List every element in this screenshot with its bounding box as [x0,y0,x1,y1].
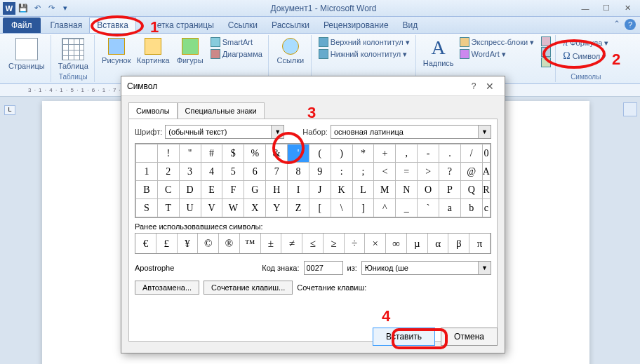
grid-cell[interactable]: ! [157,144,179,163]
shapes-button[interactable]: Фигуры [174,36,206,66]
recent-symbol[interactable]: µ [407,234,428,253]
tab-file[interactable]: Файл [3,18,41,33]
grid-cell[interactable]: R [482,181,490,199]
autocorrect-button[interactable]: Автозамена... [135,281,199,295]
recent-symbol[interactable]: α [428,234,449,253]
grid-cell[interactable]: @ [460,163,482,181]
font-combo[interactable]: (обычный текст)▼ [165,125,284,139]
grid-cell[interactable]: * [352,144,374,163]
grid-cell[interactable]: 7 [266,163,288,181]
datetime-icon[interactable] [541,47,551,57]
grid-cell[interactable]: , [396,144,418,163]
grid-cell[interactable]: 0 [482,144,490,163]
dialog-help-icon[interactable]: ? [467,81,481,91]
save-icon[interactable]: 💾 [17,2,29,15]
recent-symbol[interactable]: ≠ [281,234,302,253]
recent-symbol[interactable]: ∞ [386,234,407,253]
grid-cell[interactable]: 2 [157,163,179,181]
recent-symbols[interactable]: €£¥©®™±≠≤≥÷×∞µαβπ [135,233,491,254]
grid-cell[interactable]: H [266,181,288,199]
clipart-button[interactable]: Картинка [135,36,171,66]
pages-button[interactable]: Страницы [7,36,46,72]
recent-symbol[interactable]: π [469,234,491,253]
grid-cell[interactable]: 8 [288,163,309,181]
help-icon[interactable]: ? [625,19,636,30]
grid-cell[interactable]: F [222,181,244,199]
tab-symbols[interactable]: Символы [128,102,178,119]
grid-cell[interactable]: 3 [179,163,201,181]
links-button[interactable]: Ссылки [274,36,307,66]
recent-symbol[interactable]: © [198,234,219,253]
smartart-button[interactable]: SmartArt [209,36,264,48]
recent-symbol[interactable]: ® [219,234,240,253]
grid-cell[interactable]: 5 [222,163,244,181]
from-combo[interactable]: Юникод (ше▼ [361,261,491,275]
recent-symbol[interactable]: ÷ [345,234,366,253]
grid-cell[interactable]: C [157,181,179,199]
grid-cell[interactable]: I [288,181,309,199]
undo-icon[interactable]: ↶ [31,2,44,15]
grid-cell[interactable]: ( [309,144,331,163]
grid-cell[interactable]: ` [418,199,439,217]
recent-symbol[interactable]: ≤ [302,234,324,253]
grid-cell[interactable]: K [331,181,352,199]
grid-cell[interactable]: G [244,181,266,199]
ribbon-minimize-icon[interactable]: ⌃ [613,19,620,30]
shortcut-button[interactable]: Сочетание клавиш... [204,281,293,295]
grid-cell[interactable]: E [201,181,222,199]
recent-symbol[interactable]: × [365,234,386,253]
grid-cell[interactable]: _ [396,199,418,217]
grid-cell[interactable]: - [418,144,439,163]
side-icon-1[interactable] [623,102,637,116]
grid-cell[interactable]: 4 [201,163,222,181]
grid-cell[interactable]: D [179,181,201,199]
grid-cell[interactable]: J [309,181,331,199]
grid-cell[interactable]: ^ [374,199,396,217]
qat-more-icon[interactable]: ▾ [59,2,72,15]
signature-icon[interactable] [541,36,551,46]
grid-cell[interactable]: . [439,144,461,163]
grid-cell[interactable]: N [396,181,418,199]
tab-insert[interactable]: Вставка [89,17,136,33]
header-button[interactable]: Верхний колонтитул ▾ [317,36,411,48]
recent-symbol[interactable]: β [448,234,469,253]
code-input[interactable] [304,261,343,275]
grid-cell[interactable]: [ [309,199,331,217]
chart-button[interactable]: Диаграмма [209,48,264,60]
grid-cell[interactable]: Y [266,199,288,217]
redo-icon[interactable]: ↷ [45,2,58,15]
textbox-button[interactable]: AНадпись [422,36,455,69]
grid-cell[interactable]: B [136,181,158,199]
grid-cell[interactable]: & [266,144,288,163]
quickparts-button[interactable]: Экспресс-блоки ▾ [458,36,536,48]
close-button[interactable]: ✕ [618,2,637,15]
cancel-button[interactable]: Отмена [441,328,498,346]
minimize-button[interactable]: — [575,2,595,15]
grid-cell[interactable]: 6 [244,163,266,181]
grid-cell[interactable]: : [331,163,352,181]
grid-cell[interactable]: X [244,199,266,217]
subset-combo[interactable]: основная латиница▼ [331,125,491,139]
recent-symbol[interactable]: £ [156,234,178,253]
footer-button[interactable]: Нижний колонтитул ▾ [317,48,411,60]
grid-cell[interactable]: A [482,163,490,181]
insert-button[interactable]: Вставить [373,328,435,346]
tab-review[interactable]: Рецензирование [316,18,396,33]
grid-cell[interactable]: ; [352,163,374,181]
tab-home[interactable]: Главная [44,18,90,33]
grid-cell[interactable]: / [460,144,482,163]
grid-cell[interactable]: # [201,144,222,163]
grid-cell[interactable]: a [439,199,461,217]
grid-cell[interactable]: Q [460,181,482,199]
grid-cell[interactable]: T [157,199,179,217]
grid-cell[interactable]: 1 [136,163,158,181]
grid-cell[interactable]: c [482,199,490,217]
tab-view[interactable]: Вид [396,18,425,33]
grid-cell[interactable]: L [352,181,374,199]
dialog-titlebar[interactable]: Символ ? ✕ [121,76,505,96]
wordart-button[interactable]: WordArt ▾ [458,48,536,60]
tab-page-layout[interactable]: етка страницы [136,18,221,33]
recent-symbol[interactable]: ™ [240,234,261,253]
grid-cell[interactable]: 9 [309,163,331,181]
grid-cell[interactable]: % [244,144,266,163]
